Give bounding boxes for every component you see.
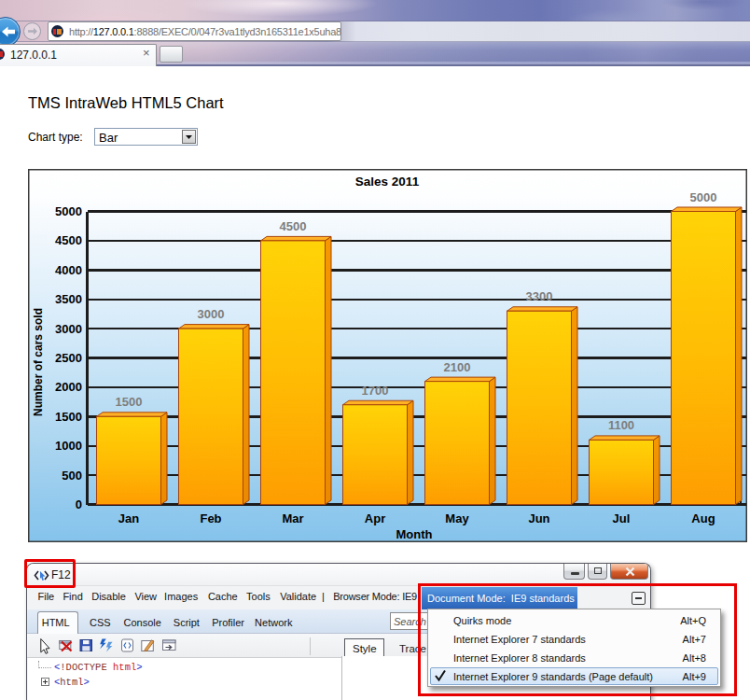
svg-text:Feb: Feb [200,511,221,525]
svg-text:4500: 4500 [280,219,307,233]
svg-text:3300: 3300 [526,289,553,303]
svg-text:5000: 5000 [55,204,82,218]
svg-text:2500: 2500 [55,351,82,365]
svg-text:1500: 1500 [116,395,143,409]
svg-text:Apr: Apr [365,511,385,525]
svg-text:3500: 3500 [55,292,82,306]
svg-text:Jul: Jul [613,511,631,525]
svg-text:3000: 3000 [55,322,82,336]
svg-text:4000: 4000 [55,263,82,277]
svg-text:0: 0 [76,497,82,511]
svg-text:1500: 1500 [55,410,82,424]
svg-text:Number of cars sold: Number of cars sold [32,308,45,416]
svg-text:4500: 4500 [55,233,82,247]
svg-text:500: 500 [62,469,82,483]
svg-text:Aug: Aug [691,511,715,525]
svg-text:Jun: Jun [528,511,549,525]
svg-text:5000: 5000 [690,190,717,204]
svg-text:Jan: Jan [118,511,139,525]
svg-text:Mar: Mar [282,511,303,525]
svg-text:1000: 1000 [55,439,82,453]
svg-text:Sales 2011: Sales 2011 [355,175,420,189]
svg-text:2100: 2100 [444,360,471,374]
svg-text:1100: 1100 [608,418,634,432]
svg-text:2000: 2000 [55,380,82,394]
svg-text:May: May [445,511,469,525]
svg-text:3000: 3000 [198,307,225,321]
svg-text:1700: 1700 [362,384,389,398]
svg-text:Month: Month [396,527,433,541]
